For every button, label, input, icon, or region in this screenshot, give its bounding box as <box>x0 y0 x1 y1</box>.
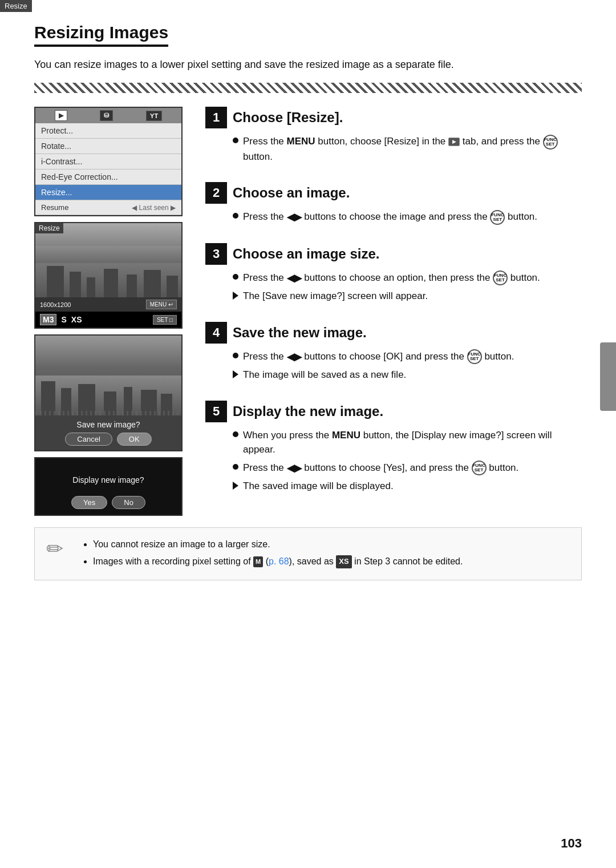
step-5-bullet-1: When you press the MENU button, the [Dis… <box>233 428 582 457</box>
func-set-icon-4: FUNCSET <box>467 349 482 364</box>
step-5-number: 5 <box>205 401 227 422</box>
note-text: You cannot resize an image to a larger s… <box>72 537 463 571</box>
display-dialog-title: Display new image? <box>41 475 176 485</box>
step-4-header: 4 Save the new image. <box>205 322 582 344</box>
step-3-title: Choose an image size. <box>233 246 379 262</box>
playback-tab-icon <box>448 138 460 146</box>
size-m3: M3 <box>40 314 56 325</box>
step-5: 5 Display the new image. When you press … <box>205 401 582 494</box>
size-s: S <box>61 315 66 324</box>
bullet-arrow-2 <box>233 370 238 378</box>
menu-item-resize: Resize... <box>35 185 181 200</box>
intro-text: You can resize images to a lower pixel s… <box>34 57 582 72</box>
ok-button[interactable]: OK <box>117 433 152 446</box>
step-2-bullet-1: Press the ◀▶ buttons to choose the image… <box>233 209 582 225</box>
resume-label: Resume <box>41 203 68 212</box>
lr-arrows-5: ◀▶ <box>287 462 302 473</box>
main-content: ▶ ⛁ YT Protect... Rotate... i-Contrast..… <box>34 107 582 516</box>
save-resize-label: Resize <box>0 0 32 12</box>
step-3-bullet-2-text: The [Save new image?] screen will appear… <box>243 289 428 304</box>
step-4-bullet-2: The image will be saved as a new file. <box>233 368 582 382</box>
step-3-header: 3 Choose an image size. <box>205 243 582 265</box>
menu-screen: ▶ ⛁ YT Protect... Rotate... i-Contrast..… <box>34 107 183 216</box>
step-2-header: 2 Choose an image. <box>205 182 582 204</box>
step-5-bullet-2: Press the ◀▶ buttons to choose [Yes], an… <box>233 461 582 476</box>
menu-item-icontrast: i-Contrast... <box>35 154 181 169</box>
lr-arrows-4: ◀▶ <box>287 351 302 362</box>
menu-item-protect: Protect... <box>35 123 181 139</box>
step-3-bullet-2: The [Save new image?] screen will appear… <box>233 289 582 304</box>
lr-arrows-3: ◀▶ <box>287 272 302 283</box>
step-5-header: 5 Display the new image. <box>205 401 582 422</box>
step-3-body: Press the ◀▶ buttons to choose an option… <box>205 271 582 304</box>
note-section: ✏ You cannot resize an image to a larger… <box>34 527 582 580</box>
display-buttons: Yes No <box>41 496 176 509</box>
side-tab <box>600 342 616 411</box>
step-5-title: Display the new image. <box>233 403 383 419</box>
bullet-dot <box>233 138 238 143</box>
left-column: ▶ ⛁ YT Protect... Rotate... i-Contrast..… <box>34 107 188 516</box>
display-screen: Display new image? Yes No <box>34 457 183 516</box>
resize-image-area: Resize <box>35 223 181 297</box>
yes-button[interactable]: Yes <box>71 496 107 509</box>
step-3-number: 3 <box>205 243 227 265</box>
bullet-dot <box>233 353 238 358</box>
func-set-icon-3: FUNCSET <box>493 271 508 285</box>
save-dialog-title: Save new image? <box>40 420 177 429</box>
pixel-label: 1600x1200 <box>40 301 71 308</box>
xs-badge: XS <box>336 555 351 568</box>
cancel-button[interactable]: Cancel <box>65 433 112 446</box>
step-4-number: 4 <box>205 322 227 344</box>
lr-arrows: ◀▶ <box>287 212 302 223</box>
menu-header: ▶ ⛁ YT <box>35 108 181 123</box>
step-3-bullet-1-text: Press the ◀▶ buttons to choose an option… <box>243 271 540 286</box>
page-container: Resizing Images You can resize images to… <box>0 0 616 615</box>
step-4-body: Press the ◀▶ buttons to choose [OK] and … <box>205 349 582 382</box>
step-5-bullet-3: The saved image will be displayed. <box>233 479 582 494</box>
func-set-icon-5: FUNCSET <box>472 461 487 475</box>
bullet-arrow-3 <box>233 482 238 490</box>
page-title: Resizing Images <box>34 23 168 47</box>
size-selector: M3 S XS SET □ <box>35 312 181 328</box>
save-image-area <box>35 336 181 415</box>
step-3-bullet-1: Press the ◀▶ buttons to choose an option… <box>233 271 582 286</box>
no-button[interactable]: No <box>112 496 145 509</box>
note-item-2: Images with a recording pixel setting of… <box>93 554 463 569</box>
step-1: 1 Choose [Resize]. Press the MENU button… <box>205 107 582 164</box>
note-icon: ✏ <box>46 537 63 561</box>
bullet-dot <box>233 464 238 470</box>
save-screen: Resize Save new image? <box>34 334 183 451</box>
menu-item-redeye: Red-Eye Correction... <box>35 169 181 185</box>
step-4-bullet-1-text: Press the ◀▶ buttons to choose [OK] and … <box>243 349 514 365</box>
step-2-title: Choose an image. <box>233 185 350 201</box>
bullet-dot <box>233 213 238 219</box>
tab-settings: YT <box>146 111 162 121</box>
section-divider <box>34 83 582 93</box>
menu-item-resume: Resume ◀ Last seen ▶ <box>35 200 181 215</box>
resize-label: Resize <box>35 223 63 233</box>
bullet-dot <box>233 274 238 280</box>
step-1-bullet-1-text: Press the MENU button, choose [Resize] i… <box>243 134 582 164</box>
menu-item-rotate: Rotate... <box>35 139 181 154</box>
func-set-icon-2: FUNCSET <box>490 210 505 225</box>
step-4-title: Save the new image. <box>233 325 367 341</box>
step-4: 4 Save the new image. Press the ◀▶ butto… <box>205 322 582 382</box>
step-4-bullet-2-text: The image will be saved as a new file. <box>243 368 406 382</box>
step-1-header: 1 Choose [Resize]. <box>205 107 582 128</box>
tab-playback: ▶ <box>55 110 67 121</box>
bullet-dot <box>233 431 238 437</box>
dialog-buttons: Cancel OK <box>40 433 177 446</box>
size-xs: XS <box>71 315 82 324</box>
step-5-bullet-2-text: Press the ◀▶ buttons to choose [Yes], an… <box>243 461 518 476</box>
func-set-icon: FUNCSET <box>543 135 558 150</box>
step-2-body: Press the ◀▶ buttons to choose the image… <box>205 209 582 225</box>
step-2-bullet-1-text: Press the ◀▶ buttons to choose the image… <box>243 209 537 225</box>
m-badge: M <box>253 556 263 568</box>
step-3: 3 Choose an image size. Press the ◀▶ but… <box>205 243 582 304</box>
tab-storage: ⛁ <box>100 110 113 121</box>
page-number: 103 <box>561 836 582 851</box>
step-1-number: 1 <box>205 107 227 128</box>
menu-word-5: MENU <box>332 430 360 441</box>
step-1-body: Press the MENU button, choose [Resize] i… <box>205 134 582 164</box>
note-link[interactable]: p. 68 <box>269 556 289 566</box>
